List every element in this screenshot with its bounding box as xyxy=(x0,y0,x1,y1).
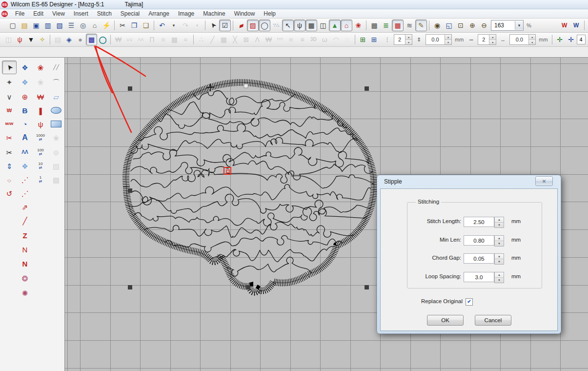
applique-button[interactable]: ◯ xyxy=(97,34,108,45)
stitch-list-button[interactable]: ≋ xyxy=(404,20,415,31)
cut-needle-tool[interactable]: ✂ xyxy=(2,145,17,159)
reshape-object-tool[interactable]: ❖ xyxy=(18,75,32,89)
selection-handle[interactable] xyxy=(365,86,369,91)
mirror-horizontal-button[interactable]: ⊞ xyxy=(357,34,368,45)
zoom-box-button[interactable]: ◱ xyxy=(443,20,455,31)
run-contour-tool[interactable]: N xyxy=(18,243,32,256)
touch-up-bitmap-button[interactable]: ▩ xyxy=(368,20,380,31)
select-object-button[interactable]: ➤ xyxy=(207,20,219,31)
replace-original-checkbox[interactable]: ✔ xyxy=(466,298,473,306)
menu-window[interactable]: Window xyxy=(230,10,260,17)
node-line-tool[interactable]: ⋰ xyxy=(18,173,32,186)
satin-column-n-tool[interactable]: N xyxy=(18,257,32,270)
node-edit-tool[interactable]: ∨ xyxy=(2,90,17,103)
spin-down-icon[interactable]: ▾ xyxy=(529,40,535,45)
save-to-machine-button[interactable]: ▥ xyxy=(42,20,54,31)
chord-gap-field[interactable]: 0.05 xyxy=(464,253,494,264)
load-from-stitch-manager-button[interactable]: W xyxy=(570,20,582,31)
new-design-button[interactable]: ▢ xyxy=(7,20,19,31)
weave-lines-tool[interactable]: ╱╱ xyxy=(49,61,63,74)
spin-down-icon[interactable]: ▼ xyxy=(495,259,504,264)
selection-handle[interactable] xyxy=(128,188,132,193)
outline-stitch-button[interactable]: ◯ xyxy=(259,20,270,31)
copy-button[interactable]: ❐ xyxy=(128,20,140,31)
print-preview-button[interactable]: ◎ xyxy=(77,20,89,31)
zigzag-column-tool[interactable]: ₩ xyxy=(33,90,48,103)
count-spinner-1[interactable]: 2▴▾ xyxy=(394,34,412,45)
spin-down-icon[interactable]: ▼ xyxy=(495,241,504,246)
reshape-node-button[interactable]: ✧ xyxy=(37,34,48,45)
zoom-out-button[interactable]: ⊖ xyxy=(478,20,490,31)
eyelet-tool[interactable]: ✺ xyxy=(18,286,32,300)
needle-points-toggle[interactable]: ψ xyxy=(294,20,305,31)
selection-handle[interactable] xyxy=(128,86,132,91)
spin-up-icon[interactable]: ▲ xyxy=(495,236,504,241)
needle-entry-tool[interactable]: ψ xyxy=(33,117,48,131)
spin-up-icon[interactable]: ▴ xyxy=(445,35,451,40)
save-as-template-button[interactable]: ▧ xyxy=(54,20,65,31)
motif-run-tool[interactable]: ❀ xyxy=(33,61,48,74)
column-stitch-tool[interactable]: ❚ xyxy=(33,103,48,117)
spin-up-icon[interactable]: ▴ xyxy=(529,35,535,40)
step-fill-button[interactable]: ● xyxy=(75,34,86,45)
show-appliques-toggle[interactable]: ⌂ xyxy=(341,20,352,31)
mirror-vertical-button[interactable]: ⊞ xyxy=(368,34,380,45)
needle-point-button[interactable]: ψ xyxy=(14,34,25,45)
stipple-dots-button[interactable]: ∵∴ xyxy=(270,20,282,31)
print-button[interactable]: ☰ xyxy=(65,20,77,31)
open-design-button[interactable]: ▤ xyxy=(19,20,30,31)
mesh-reshape-tool[interactable]: ❖ xyxy=(18,159,32,173)
stipple-fill-button[interactable]: ▩ xyxy=(86,34,97,45)
spacing-10-tool[interactable]: 10⇄ xyxy=(33,159,48,173)
lettering-tool[interactable]: A xyxy=(18,131,32,144)
spin-up-icon[interactable]: ▴ xyxy=(406,35,412,40)
ellipse-tool[interactable] xyxy=(49,103,63,117)
menu-file[interactable]: File xyxy=(11,10,29,17)
count-spinner-2[interactable]: 2▴▾ xyxy=(478,34,496,45)
undo-dropdown[interactable]: ▾ xyxy=(168,20,180,31)
stitch-arrows-tool[interactable]: ⇗ xyxy=(18,200,32,214)
zoom-level-combobox[interactable]: 163▾ xyxy=(491,20,524,31)
density-icon[interactable]: ⋮ xyxy=(382,34,393,45)
spin-down-icon[interactable]: ▾ xyxy=(489,40,496,45)
selection-handle[interactable] xyxy=(365,285,369,289)
chord-gap-spinner[interactable]: ▲▼ xyxy=(494,253,504,265)
spin-down-icon[interactable]: ▾ xyxy=(445,40,451,45)
zoom-actual-button[interactable]: ◉ xyxy=(431,20,443,31)
spacing-1000-tool[interactable]: 1000⇄ xyxy=(33,131,48,144)
zigzag-run-tool[interactable]: ₩ xyxy=(2,103,17,117)
horizontal-offset-icon[interactable]: ↔ xyxy=(497,34,508,45)
hoop-toggle[interactable]: ◫ xyxy=(317,20,329,31)
grid-toggle[interactable]: ▦ xyxy=(305,20,317,31)
auto-select-toggle[interactable]: ☑ xyxy=(219,20,231,31)
menu-special[interactable]: Special xyxy=(116,10,144,17)
selection-handle[interactable] xyxy=(246,285,250,289)
loop-spacing-field[interactable]: 3.0 xyxy=(464,272,494,282)
spin-down-icon[interactable]: ▼ xyxy=(495,277,504,283)
spin-up-icon[interactable]: ▲ xyxy=(495,254,504,259)
min-len-spinner[interactable]: ▲▼ xyxy=(494,235,504,247)
offset-spinner-2[interactable]: 0.0▴▾ xyxy=(509,34,536,45)
satin-stitch-button[interactable]: ▰ xyxy=(235,20,247,31)
spin-up-icon[interactable]: ▴ xyxy=(489,35,496,40)
zigzag-stitch-tool[interactable]: Z xyxy=(18,228,32,242)
cut-button[interactable]: ✂ xyxy=(117,20,128,31)
no-underlay-tool[interactable]: B xyxy=(18,103,32,117)
underlay-button[interactable]: ◈ xyxy=(63,34,75,45)
save-design-button[interactable]: ▣ xyxy=(30,20,42,31)
connect-machine-button[interactable]: ⚡ xyxy=(101,20,112,31)
min-len-field[interactable]: 0.80 xyxy=(464,235,494,246)
show-motifs-button[interactable]: ❀ xyxy=(352,20,364,31)
node-line-2-tool[interactable]: ⋰ xyxy=(18,186,32,200)
thread-colors-button[interactable]: ≣ xyxy=(380,20,392,31)
menu-machine[interactable]: Machine xyxy=(199,10,229,17)
close-button[interactable]: ✕ xyxy=(535,176,553,186)
stitch-length-spinner[interactable]: ▲▼ xyxy=(494,217,504,228)
color-film-toggle[interactable]: ▦ xyxy=(392,20,404,31)
cancel-button[interactable]: Cancel xyxy=(475,315,511,326)
dropdown-arrow-icon[interactable]: ▾ xyxy=(515,21,523,30)
menu-view[interactable]: View xyxy=(48,10,69,17)
straight-stitch-tool[interactable]: ╱ xyxy=(18,214,32,227)
rotate-oval-tool[interactable]: ↺ xyxy=(2,186,17,200)
spacing-1-tool[interactable]: 1⇄ xyxy=(33,173,48,186)
